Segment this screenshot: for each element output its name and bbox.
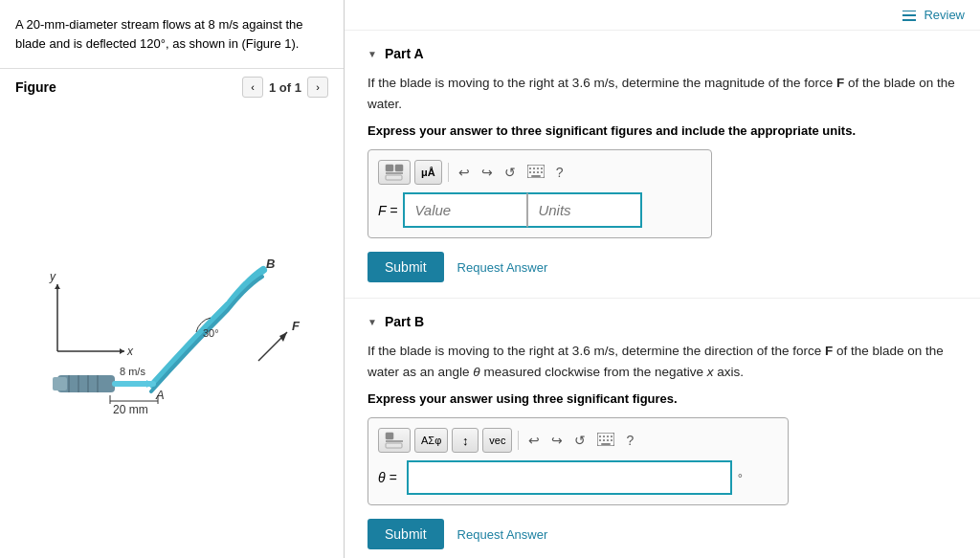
toolbar-separator xyxy=(448,163,449,182)
fraction-icon xyxy=(385,164,404,181)
svg-rect-37 xyxy=(531,175,541,177)
part-a-collapse[interactable]: ▼ xyxy=(368,49,377,59)
part-b-header: ▼ Part B xyxy=(368,314,957,329)
mu-icon: μÅ xyxy=(421,167,435,178)
svg-rect-27 xyxy=(386,175,402,180)
part-a-input-row: F = xyxy=(378,192,702,228)
svg-rect-46 xyxy=(599,439,601,441)
svg-rect-43 xyxy=(603,435,605,437)
svg-rect-34 xyxy=(533,171,535,173)
svg-marker-4 xyxy=(55,284,60,289)
svg-rect-29 xyxy=(529,167,531,169)
part-b-redo-btn[interactable]: ↪ xyxy=(547,431,567,450)
svg-marker-18 xyxy=(279,332,287,342)
svg-text:x: x xyxy=(126,345,134,358)
svg-rect-36 xyxy=(541,171,543,173)
part-b-submit-button[interactable]: Submit xyxy=(368,519,444,549)
part-b-theta-input[interactable] xyxy=(407,460,732,495)
part-a-value-input[interactable] xyxy=(403,192,527,228)
part-a-help-btn[interactable]: ? xyxy=(552,163,568,182)
review-label: Review xyxy=(924,8,965,22)
problem-text: A 20-mm-diameter stream flows at 8 m/s a… xyxy=(15,17,303,51)
part-b-collapse[interactable]: ▼ xyxy=(368,317,377,327)
degree-symbol: ° xyxy=(738,471,743,485)
svg-rect-30 xyxy=(533,167,535,169)
part-a-toolbar: μÅ ↩ ↪ ↺ xyxy=(378,160,702,185)
part-b-question: If the blade is moving to the right at 3… xyxy=(368,341,957,382)
review-icon xyxy=(902,11,916,21)
svg-rect-32 xyxy=(541,167,543,169)
toolbar-separator-b xyxy=(518,431,519,450)
figure-next-button[interactable]: › xyxy=(307,77,328,98)
svg-rect-31 xyxy=(537,167,539,169)
svg-rect-24 xyxy=(386,165,393,171)
part-a-mu-btn[interactable]: μÅ xyxy=(414,160,442,185)
right-panel: Review ▼ Part A If the blade is moving t… xyxy=(345,0,980,558)
figure-prev-button[interactable]: ‹ xyxy=(242,77,263,98)
problem-statement: A 20-mm-diameter stream flows at 8 m/s a… xyxy=(0,0,344,69)
part-a-instruction: Express your answer to three significant… xyxy=(368,123,957,138)
figure-label: Figure xyxy=(15,79,56,95)
svg-rect-33 xyxy=(529,171,531,173)
svg-text:B: B xyxy=(266,257,275,271)
part-b-submit-row: Submit Request Answer xyxy=(368,519,957,549)
part-a-eq-label: F = xyxy=(378,203,397,218)
arrows-icon: ↕ xyxy=(462,434,469,448)
part-b-frac-btn[interactable] xyxy=(378,428,411,453)
part-a-keyboard-btn[interactable] xyxy=(523,163,548,183)
part-b-help-btn[interactable]: ? xyxy=(622,431,637,450)
svg-text:F: F xyxy=(292,319,301,333)
part-b-section: ▼ Part B If the blade is moving to the r… xyxy=(345,299,980,558)
figure-header: Figure ‹ 1 of 1 › xyxy=(0,69,344,105)
svg-text:A: A xyxy=(155,388,165,402)
part-a-reset-btn[interactable]: ↺ xyxy=(501,163,520,182)
figure-nav: ‹ 1 of 1 › xyxy=(242,77,328,98)
part-b-sigma-btn[interactable]: ΑΣφ xyxy=(414,428,448,453)
svg-rect-42 xyxy=(599,435,601,437)
part-a-redo-btn[interactable]: ↪ xyxy=(478,163,497,182)
part-a-fraction-btn[interactable] xyxy=(378,160,411,185)
svg-rect-49 xyxy=(611,439,612,441)
vec-icon: vec xyxy=(489,435,505,446)
sigma-icon: ΑΣφ xyxy=(421,435,441,446)
svg-rect-48 xyxy=(607,439,609,441)
svg-text:20 mm: 20 mm xyxy=(113,403,148,416)
svg-marker-1 xyxy=(120,348,124,354)
part-a-undo-btn[interactable]: ↩ xyxy=(455,163,474,182)
review-bar: Review xyxy=(345,0,980,31)
part-b-label: Part B xyxy=(385,314,424,329)
part-b-vec-btn[interactable]: vec xyxy=(482,428,512,453)
left-panel: A 20-mm-diameter stream flows at 8 m/s a… xyxy=(0,0,345,558)
part-b-eq-label: θ = xyxy=(378,470,397,485)
part-a-section: ▼ Part A If the blade is moving to the r… xyxy=(345,31,980,299)
svg-rect-9 xyxy=(53,377,67,391)
figure-page: 1 of 1 xyxy=(269,80,301,95)
part-b-answer-box: ΑΣφ ↕ vec ↩ ↪ ↺ xyxy=(368,417,789,505)
part-b-reset-btn[interactable]: ↺ xyxy=(570,431,590,450)
figure-section: Figure ‹ 1 of 1 › x y xyxy=(0,69,344,558)
part-b-arrows-btn[interactable]: ↕ xyxy=(452,428,479,453)
part-b-undo-btn[interactable]: ↩ xyxy=(524,431,544,450)
part-a-answer-box: μÅ ↩ ↪ ↺ xyxy=(368,149,712,238)
part-a-request-link[interactable]: Request Answer xyxy=(457,260,548,275)
part-b-request-link[interactable]: Request Answer xyxy=(457,527,548,542)
figure-diagram: x y 30° B xyxy=(29,227,316,437)
part-b-instruction: Express your answer using three signific… xyxy=(368,391,957,406)
part-b-toolbar: ΑΣφ ↕ vec ↩ ↪ ↺ xyxy=(378,428,778,453)
svg-rect-50 xyxy=(601,443,611,445)
review-link[interactable]: Review xyxy=(902,8,965,22)
svg-rect-25 xyxy=(395,165,403,171)
part-a-header: ▼ Part A xyxy=(368,46,957,61)
part-a-submit-button[interactable]: Submit xyxy=(368,252,444,282)
svg-rect-40 xyxy=(386,443,402,448)
svg-text:30°: 30° xyxy=(203,327,219,339)
svg-text:8 m/s: 8 m/s xyxy=(120,366,145,377)
svg-text:y: y xyxy=(49,270,56,283)
part-a-units-input[interactable] xyxy=(527,192,642,228)
svg-rect-44 xyxy=(607,435,609,437)
part-a-question: If the blade is moving to the right at 3… xyxy=(368,73,957,114)
svg-rect-38 xyxy=(386,433,393,439)
figure-image: x y 30° B xyxy=(0,105,344,558)
part-b-keyboard-btn[interactable] xyxy=(593,431,618,451)
svg-rect-35 xyxy=(537,171,539,173)
